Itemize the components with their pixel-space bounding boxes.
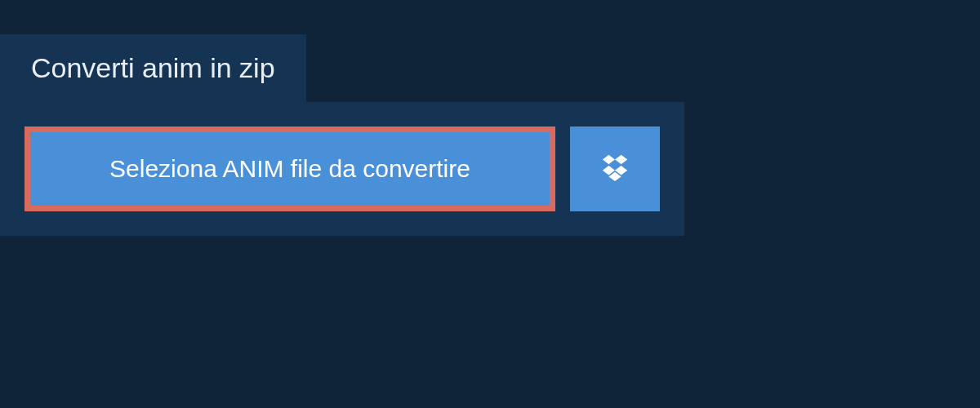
convert-panel: Seleziona ANIM file da convertire	[0, 102, 684, 236]
svg-marker-1	[615, 155, 627, 164]
dropbox-button[interactable]	[570, 126, 660, 211]
dropbox-icon	[599, 152, 630, 186]
tab-convert[interactable]: Converti anim in zip	[0, 34, 306, 102]
select-file-label: Seleziona ANIM file da convertire	[109, 155, 470, 183]
tab-label: Converti anim in zip	[31, 52, 275, 83]
svg-marker-0	[603, 155, 615, 164]
select-file-button[interactable]: Seleziona ANIM file da convertire	[24, 126, 555, 211]
